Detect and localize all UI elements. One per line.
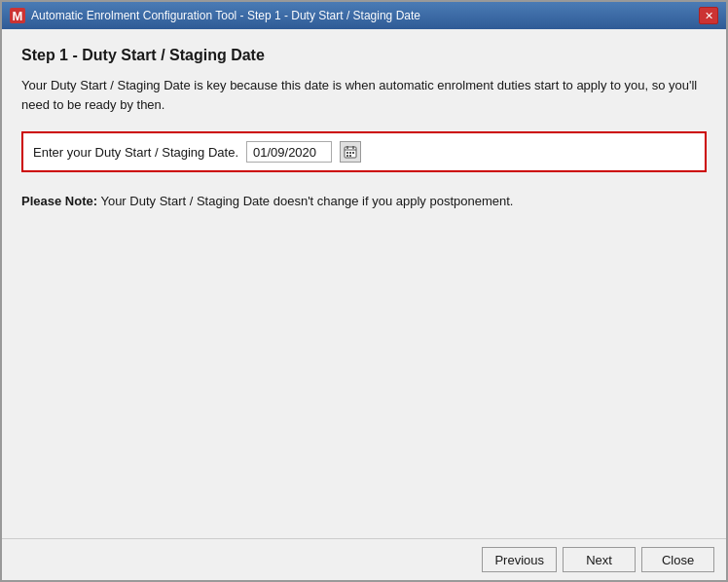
date-field-label: Enter your Duty Start / Staging Date. [33, 145, 238, 160]
main-content: Step 1 - Duty Start / Staging Date Your … [2, 29, 726, 538]
page-title: Step 1 - Duty Start / Staging Date [21, 47, 707, 64]
note-content: Your Duty Start / Staging Date doesn't c… [97, 194, 513, 208]
svg-rect-4 [346, 152, 348, 154]
date-input-group: Enter your Duty Start / Staging Date. [21, 131, 707, 172]
next-button[interactable]: Next [563, 547, 636, 572]
calendar-icon [344, 145, 357, 159]
description-text: Your Duty Start / Staging Date is key be… [21, 76, 707, 114]
close-button[interactable]: Close [641, 547, 714, 572]
previous-button[interactable]: Previous [482, 547, 557, 572]
svg-rect-6 [352, 152, 354, 154]
svg-rect-7 [346, 155, 348, 157]
button-bar: Previous Next Close [2, 538, 726, 580]
main-window: M Automatic Enrolment Configuration Tool… [0, 0, 728, 582]
window-close-button[interactable]: ✕ [699, 7, 718, 24]
note-label: Please Note: [21, 194, 97, 208]
calendar-picker-button[interactable] [340, 141, 361, 163]
svg-rect-8 [349, 155, 351, 157]
window-title: Automatic Enrolment Configuration Tool -… [31, 9, 420, 22]
app-icon: M [10, 8, 25, 23]
svg-rect-5 [349, 152, 351, 154]
title-bar: M Automatic Enrolment Configuration Tool… [2, 2, 726, 29]
note-text: Please Note: Your Duty Start / Staging D… [21, 192, 707, 211]
date-input[interactable] [246, 141, 332, 163]
title-bar-left: M Automatic Enrolment Configuration Tool… [10, 8, 420, 23]
